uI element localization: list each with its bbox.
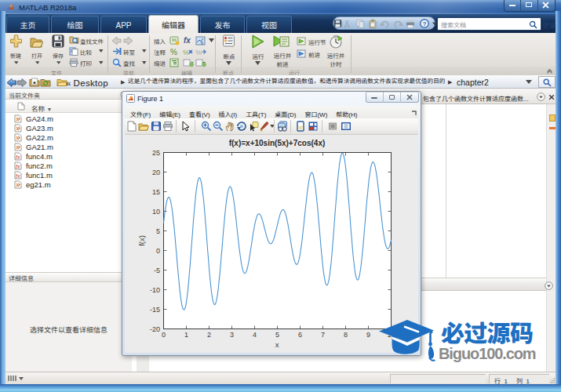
svg-text:%: % [195, 49, 202, 56]
svg-text:fx: fx [16, 154, 20, 160]
svg-text:-15: -15 [150, 306, 160, 314]
svg-text:3: 3 [230, 331, 234, 339]
svg-text:5: 5 [275, 331, 279, 339]
svg-text:15: 15 [152, 188, 160, 196]
svg-text:f(x): f(x) [137, 235, 146, 246]
svg-text:fi: fi [201, 41, 203, 45]
svg-text:?: ? [423, 20, 427, 27]
svg-text:9: 9 [366, 331, 370, 339]
svg-text:2: 2 [207, 331, 211, 339]
svg-text:8: 8 [344, 331, 348, 339]
svg-text:10: 10 [152, 208, 160, 216]
svg-text:1: 1 [184, 331, 188, 339]
svg-text:20: 20 [152, 169, 160, 176]
svg-text:-5: -5 [154, 267, 160, 274]
svg-text:7: 7 [321, 331, 325, 339]
svg-text:0: 0 [162, 331, 166, 339]
svg-text:5: 5 [156, 227, 160, 235]
svg-text:6: 6 [298, 331, 302, 339]
svg-text:-10: -10 [150, 286, 160, 294]
svg-text:%: % [170, 48, 177, 56]
svg-text:%: % [183, 49, 189, 56]
svg-text:0: 0 [156, 247, 160, 255]
svg-text:x: x [275, 340, 279, 349]
svg-text:25: 25 [152, 149, 160, 157]
svg-text:fx: fx [16, 173, 20, 179]
svg-text:fx: fx [16, 164, 20, 169]
svg-text:f(x)=x+10sin(5x)+7cos(4x): f(x)=x+10sin(5x)+7cos(4x) [229, 139, 326, 147]
svg-text:4: 4 [253, 331, 257, 339]
svg-text:-20: -20 [150, 325, 160, 333]
